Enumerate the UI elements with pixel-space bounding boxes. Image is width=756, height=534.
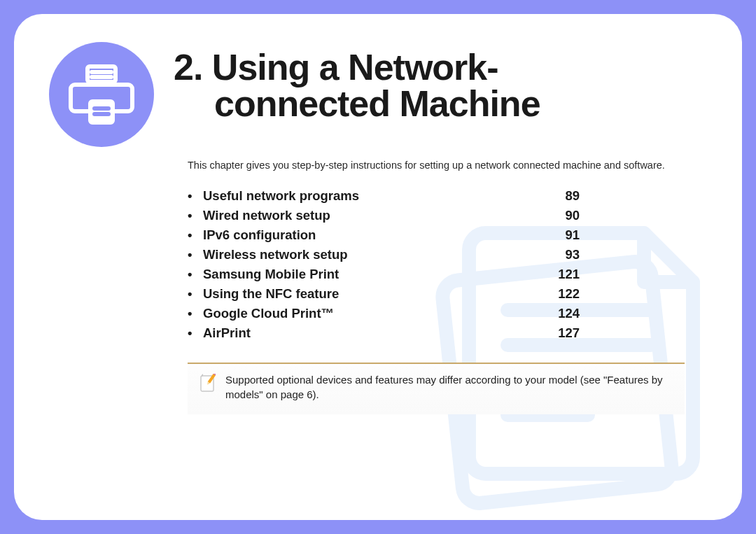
toc-page: 121 <box>558 267 580 282</box>
toc-list: Useful network programs 89 Wired network… <box>188 186 580 343</box>
toc-item-samsung-mobile-print[interactable]: Samsung Mobile Print 121 <box>188 265 580 284</box>
toc-page: 122 <box>558 286 580 302</box>
chapter-title-line2: connected Machine <box>214 85 540 122</box>
printer-icon <box>66 59 136 129</box>
chapter-header: 2. Using a Network- connected Machine <box>63 49 693 147</box>
toc-label: Wireless network setup <box>188 247 347 262</box>
toc-item-ipv6-configuration[interactable]: IPv6 configuration 91 <box>188 225 580 245</box>
toc-label: Useful network programs <box>188 188 359 204</box>
toc-item-using-nfc-feature[interactable]: Using the NFC feature 122 <box>188 284 580 304</box>
note-box: Supported optional devices and features … <box>188 363 685 414</box>
toc-label: Google Cloud Print™ <box>188 306 334 321</box>
toc-page: 90 <box>565 208 580 223</box>
note-pencil-icon <box>200 374 216 392</box>
toc-label: IPv6 configuration <box>188 227 316 243</box>
page-card: 2. Using a Network- connected Machine Th… <box>14 14 742 520</box>
toc-item-useful-network-programs[interactable]: Useful network programs 89 <box>188 186 580 206</box>
toc-label: Using the NFC feature <box>188 286 339 302</box>
toc-page: 93 <box>565 247 580 262</box>
note-text: Supported optional devices and features … <box>225 372 672 402</box>
printer-badge <box>49 42 154 147</box>
toc-page: 124 <box>558 306 580 321</box>
toc-page: 91 <box>565 227 580 243</box>
toc-item-google-cloud-print[interactable]: Google Cloud Print™ 124 <box>188 304 580 323</box>
toc-label: Samsung Mobile Print <box>188 267 339 282</box>
chapter-title: 2. Using a Network- connected Machine <box>174 49 693 122</box>
chapter-title-line1: Using a Network- <box>212 47 498 87</box>
chapter-number: 2. <box>174 47 202 87</box>
toc-page: 127 <box>558 325 580 341</box>
chapter-title-block: 2. Using a Network- connected Machine <box>174 49 693 122</box>
toc-label: AirPrint <box>188 325 251 341</box>
toc-label: Wired network setup <box>188 208 330 223</box>
toc-page: 89 <box>565 188 580 204</box>
chapter-intro: This chapter gives you step-by-step inst… <box>188 160 693 171</box>
toc-item-airprint[interactable]: AirPrint 127 <box>188 323 580 343</box>
toc-item-wireless-network-setup[interactable]: Wireless network setup 93 <box>188 245 580 265</box>
toc-item-wired-network-setup[interactable]: Wired network setup 90 <box>188 206 580 225</box>
